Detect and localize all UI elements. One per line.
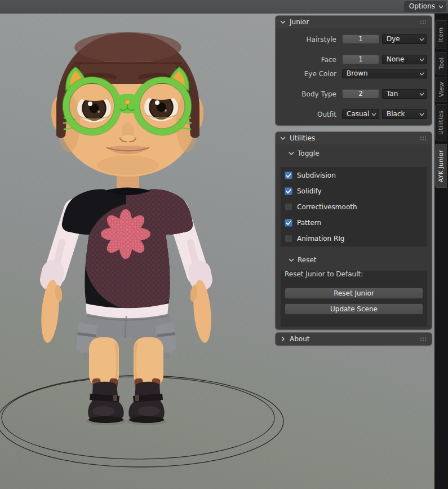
panel-drag-handle[interactable] (420, 136, 427, 141)
legs (89, 337, 163, 387)
toggle-box: Subdivision Solidify Correctivesmooth Pa… (280, 166, 428, 247)
chevron-down-icon (371, 113, 376, 116)
tab-label: AYK Junior (438, 149, 445, 182)
prop-label: Eye Color (276, 70, 336, 78)
dropdown-value: Casual (347, 110, 369, 118)
prop-label: Outfit (276, 111, 336, 118)
chevron-down-icon (419, 38, 424, 41)
character-junior[interactable] (39, 32, 214, 425)
prop-label: Face (276, 56, 336, 64)
hairstyle-dropdown[interactable]: Dye (382, 34, 427, 44)
tab-utilities[interactable]: Utilities (435, 104, 447, 140)
tab-label: View (438, 82, 445, 97)
panel-drag-handle[interactable] (420, 337, 427, 342)
chevron-right-icon (281, 336, 285, 342)
tab-tool[interactable]: Tool (435, 52, 447, 74)
panel-about: About (276, 333, 432, 345)
tab-ayk-junior[interactable]: AYK Junior (435, 144, 447, 188)
panel-utilities: Utilities Toggle Subdivision Solidify (276, 132, 432, 329)
checkbox-row-correctivesmooth: Correctivesmooth (285, 203, 428, 211)
panel-title: Junior (290, 18, 420, 26)
prop-row-outfit: Outfit Casual Black (276, 109, 432, 119)
tab-item[interactable]: Item (435, 20, 447, 49)
face-dropdown[interactable]: None (382, 55, 427, 64)
subpanel-title: Toggle (298, 149, 320, 157)
chevron-down-icon (419, 113, 424, 116)
correctivesmooth-checkbox[interactable] (285, 203, 292, 211)
dropdown-value: Black (387, 110, 405, 118)
panel-junior: Junior Hairstyle 1 Dye Face 1 None (276, 16, 432, 125)
panel-drag-handle[interactable] (420, 20, 427, 25)
update-scene-button[interactable]: Update Scene (285, 303, 423, 315)
panel-about-header[interactable]: About (276, 333, 432, 345)
checkbox-label: Correctivesmooth (297, 203, 357, 211)
checkbox-label: Pattern (297, 219, 321, 227)
dropdown-value: Tan (387, 90, 398, 98)
dropdown-value: Dye (387, 35, 400, 43)
checkbox-row-animation-rig: Animation RIg (285, 235, 428, 243)
n-panel-sidebar: Junior Hairstyle 1 Dye Face 1 None (276, 16, 432, 352)
reset-caption: Reset Junior to Default: (285, 270, 428, 279)
animation-rig-checkbox[interactable] (285, 235, 292, 243)
prop-row-body-type: Body Type 2 Tan (276, 89, 432, 99)
chevron-down-icon (280, 136, 286, 140)
tab-label: Utilities (438, 110, 445, 134)
check-icon (286, 189, 291, 193)
tshirt (62, 186, 194, 311)
cat-nose (125, 100, 130, 105)
checkbox-row-pattern: Pattern (285, 219, 428, 227)
prop-label: Body Type (276, 90, 336, 98)
chevron-down-icon (289, 258, 294, 262)
options-button[interactable]: Options (404, 1, 446, 12)
outfit-dropdown[interactable]: Casual (342, 109, 379, 119)
hairstyle-number-field[interactable]: 1 (342, 34, 379, 44)
eye-color-dropdown[interactable]: Brown (342, 69, 427, 78)
subpanel-toggle-header[interactable]: Toggle (276, 148, 432, 158)
checkbox-row-solidify: Solidify (285, 187, 428, 195)
subpanel-title: Reset (298, 256, 317, 264)
dropdown-value: None (387, 55, 404, 63)
dropdown-value: Brown (347, 69, 368, 77)
chevron-down-icon (419, 72, 424, 76)
options-label: Options (409, 2, 435, 10)
body-type-number-field[interactable]: 2 (342, 89, 379, 99)
panel-utilities-header[interactable]: Utilities (276, 132, 432, 144)
prop-label: Hairstyle (276, 36, 336, 43)
reset-box: Reset Junior to Default: Reset Junior Up… (280, 270, 428, 327)
chevron-down-icon (438, 5, 443, 8)
sidebar-tab-strip: Item Tool View Utilities AYK Junior (434, 14, 448, 489)
panel-junior-header[interactable]: Junior (276, 16, 432, 28)
subpanel-reset-header[interactable]: Reset (276, 255, 432, 265)
chevron-down-icon (419, 58, 424, 61)
panel-title: Utilities (290, 134, 420, 142)
chevron-down-icon (419, 92, 424, 96)
check-icon (286, 173, 291, 178)
reset-junior-button[interactable]: Reset Junior (285, 288, 423, 299)
body-type-dropdown[interactable]: Tan (382, 89, 427, 99)
tab-view[interactable]: View (435, 77, 447, 102)
checkbox-label: Animation RIg (297, 235, 345, 243)
boots (88, 378, 164, 423)
prop-row-eye-color: Eye Color Brown (276, 69, 432, 78)
chevron-down-icon (280, 20, 286, 24)
prop-row-hairstyle: Hairstyle 1 Dye (276, 34, 432, 44)
tab-label: Item (438, 27, 445, 42)
pattern-checkbox[interactable] (285, 219, 292, 227)
tab-label: Tool (438, 57, 445, 69)
blender-window: Options Junior Hairstyle 1 Dye Face (0, 0, 448, 489)
solidify-checkbox[interactable] (285, 187, 292, 195)
chevron-down-icon (289, 152, 294, 155)
outfit-color-dropdown[interactable]: Black (382, 109, 427, 119)
checkbox-row-subdivision: Subdivision (285, 171, 428, 179)
flower-print (101, 209, 150, 259)
jaw-shadow (97, 156, 159, 175)
checkbox-label: Subdivision (297, 171, 336, 179)
prop-row-face: Face 1 None (276, 55, 432, 64)
subdivision-checkbox[interactable] (285, 171, 292, 179)
viewport-header: Options (0, 0, 448, 14)
panel-title: About (290, 335, 420, 343)
check-icon (286, 221, 291, 225)
checkbox-label: Solidify (297, 187, 322, 195)
face-number-field[interactable]: 1 (342, 55, 379, 64)
